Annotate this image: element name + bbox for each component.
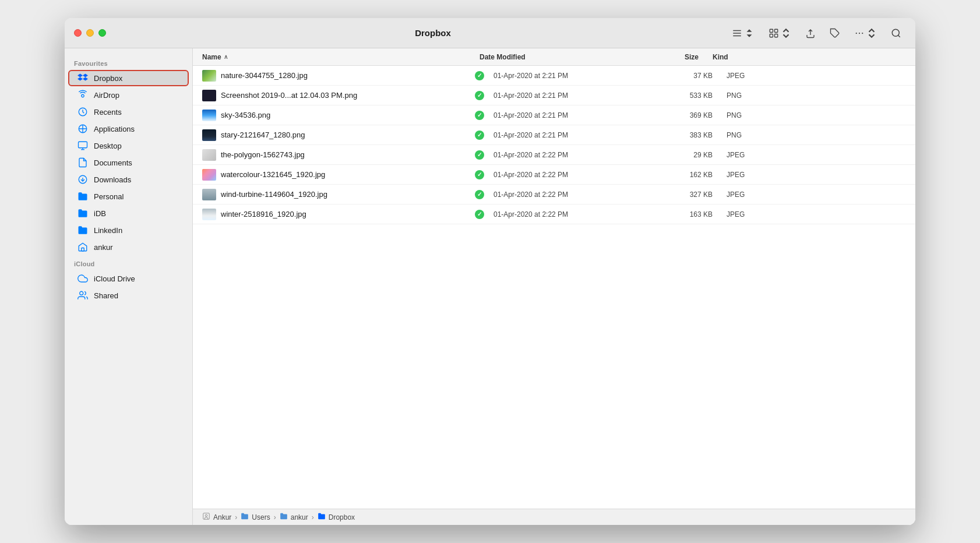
documents-icon [77,157,88,168]
breadcrumb-separator: › [235,513,237,521]
sidebar-item-label-linkedin: LinkedIn [94,226,122,235]
forward-button[interactable] [127,31,136,36]
breadcrumb-label: Ankur [213,513,231,521]
sidebar-item-desktop[interactable]: Desktop [68,137,189,154]
file-name-cell: stary-2121647_1280.png [193,129,473,141]
traffic-lights [74,29,106,37]
svg-rect-23 [82,248,84,251]
file-sync-status [473,170,487,179]
table-row[interactable]: the-polygon-1562743.jpg 01-Apr-2020 at 2… [193,145,915,165]
sidebar-item-idb[interactable]: iDB [68,205,189,221]
column-date-header[interactable]: Date Modified [473,53,636,61]
sidebar-item-recents[interactable]: Recents [68,104,189,120]
file-thumbnail [202,90,216,101]
tag-button[interactable] [825,25,845,41]
table-row[interactable]: Screenshot 2019-0...at 12.04.03 PM.png 0… [193,86,915,105]
sync-check-icon [475,71,484,80]
file-kind-cell: JPEG [720,151,915,159]
table-row[interactable]: watercolour-1321645_1920.jpg 01-Apr-2020… [193,165,915,185]
table-row[interactable]: nature-3044755_1280.jpg 01-Apr-2020 at 2… [193,66,915,86]
sidebar-item-documents[interactable]: Documents [68,154,189,171]
table-row[interactable]: stary-2121647_1280.png 01-Apr-2020 at 2:… [193,125,915,145]
sidebar-item-airdrop[interactable]: AirDrop [68,87,189,103]
svg-point-13 [82,94,84,97]
sidebar-item-label-dropbox: Dropbox [94,74,122,83]
icloud-label: iCloud [65,256,192,270]
status-bar: Ankur › Users › ankur › Dropbox [193,509,915,525]
sidebar-item-icloud-drive[interactable]: iCloud Drive [68,270,189,287]
file-sync-status [473,190,487,199]
sidebar-item-ankur[interactable]: ankur [68,239,189,255]
file-date-cell: 01-Apr-2020 at 2:21 PM [487,91,650,100]
file-name-text: the-polygon-1562743.jpg [221,150,305,159]
view-list-button[interactable] [727,25,759,41]
sidebar-item-personal[interactable]: Personal [68,188,189,204]
sidebar-item-applications[interactable]: Applications [68,121,189,137]
close-button[interactable] [74,29,82,37]
file-thumbnail [202,149,216,161]
more-button[interactable] [849,25,882,41]
breadcrumb-label: ankur [291,513,308,521]
sync-check-icon [475,131,484,140]
file-kind-cell: JPEG [720,171,915,179]
sidebar-item-downloads[interactable]: Downloads [68,171,189,188]
svg-rect-18 [79,142,87,148]
file-name-text: winter-2518916_1920.jpg [221,210,306,218]
file-date-cell: 01-Apr-2020 at 2:21 PM [487,111,650,119]
svg-rect-3 [770,29,773,32]
sidebar-item-linkedin[interactable]: LinkedIn [68,222,189,238]
back-button[interactable] [115,31,125,36]
file-sync-status [473,150,487,160]
view-grid-button[interactable] [764,25,796,41]
sidebar-item-label-recents: Recents [94,108,122,117]
file-name-text: sky-34536.png [221,111,270,119]
sidebar-item-shared[interactable]: Shared [68,287,189,304]
file-date-cell: 01-Apr-2020 at 2:21 PM [487,131,650,139]
file-kind-cell: PNG [720,111,915,119]
minimize-button[interactable] [86,29,94,37]
svg-point-9 [859,32,860,33]
file-size-cell: 369 KB [650,111,720,119]
breadcrumb-label: Dropbox [329,513,355,521]
file-name-cell: winter-2518916_1920.jpg [193,209,473,220]
search-button[interactable] [886,25,906,41]
breadcrumb-item[interactable]: ankur [280,512,308,522]
linkedin-folder-icon [77,225,88,235]
file-size-cell: 29 KB [650,151,720,159]
file-date-cell: 01-Apr-2020 at 2:22 PM [487,171,650,179]
sidebar-item-label-desktop: Desktop [94,142,122,150]
file-name-text: watercolour-1321645_1920.jpg [221,170,325,179]
table-row[interactable]: wind-turbine-1149604_1920.jpg 01-Apr-202… [193,185,915,204]
breadcrumb-separator: › [274,513,276,521]
sidebar-item-label-ankur: ankur [94,243,113,252]
file-sync-status [473,91,487,100]
file-name-cell: the-polygon-1562743.jpg [193,149,473,161]
file-thumbnail [202,189,216,200]
share-button[interactable] [801,25,820,41]
toolbar-nav: Dropbox [115,28,727,38]
breadcrumb-item[interactable]: Users [241,512,270,522]
sidebar-item-label-shared: Shared [94,291,118,300]
column-size-header[interactable]: Size [636,53,706,61]
file-sync-status [473,210,487,219]
main-content: Favourites Dropbox [65,48,915,525]
idb-folder-icon [77,208,88,218]
file-size-cell: 163 KB [650,210,720,218]
table-row[interactable]: winter-2518916_1920.jpg 01-Apr-2020 at 2… [193,204,915,224]
table-row[interactable]: sky-34536.png 01-Apr-2020 at 2:21 PM 369… [193,105,915,125]
svg-rect-5 [770,34,773,37]
window-title: Dropbox [148,28,718,38]
file-size-cell: 383 KB [650,131,720,139]
file-date-cell: 01-Apr-2020 at 2:22 PM [487,151,650,159]
applications-icon [77,124,88,134]
maximize-button[interactable] [98,29,106,37]
sidebar-item-dropbox[interactable]: Dropbox [68,70,189,86]
sync-check-icon [475,210,484,219]
file-name-text: Screenshot 2019-0...at 12.04.03 PM.png [221,91,357,100]
column-name-header[interactable]: Name ∧ [193,53,473,61]
breadcrumb-item[interactable]: Ankur [202,512,231,522]
downloads-icon [77,174,88,185]
column-kind-header[interactable]: Kind [706,53,915,61]
breadcrumb-item[interactable]: Dropbox [318,512,355,522]
sidebar-item-label-personal: Personal [94,192,124,201]
